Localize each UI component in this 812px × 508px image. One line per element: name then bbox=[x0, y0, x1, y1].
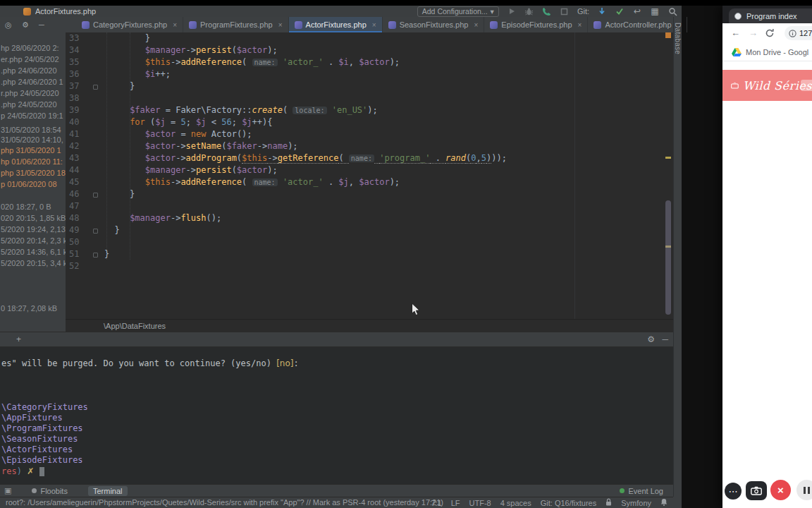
bell-icon[interactable] bbox=[660, 498, 668, 507]
bookmark-label[interactable]: Mon Drive - Googl bbox=[746, 48, 808, 56]
fold-marker-icon[interactable] bbox=[93, 253, 98, 258]
back-icon[interactable]: ← bbox=[731, 23, 740, 43]
project-row[interactable]: hp 01/06/2020 11: bbox=[1, 157, 66, 167]
project-row[interactable]: .php 24/05/2020 bbox=[1, 99, 66, 110]
close-call-button[interactable]: × bbox=[770, 480, 791, 500]
pause-button[interactable] bbox=[796, 480, 812, 500]
tab-SeasonFixtures.php[interactable]: SeasonFixtures.php× bbox=[383, 17, 485, 32]
search-icon[interactable] bbox=[668, 6, 677, 16]
project-row[interactable]: hp 28/06/2020 2: bbox=[1, 43, 66, 54]
browser-tab[interactable]: Program index bbox=[729, 8, 812, 23]
tab-ActorFixtures.php[interactable]: ActorFixtures.php× bbox=[289, 17, 383, 32]
fold-marker-icon[interactable] bbox=[93, 229, 98, 234]
symfony-status[interactable]: Symfony bbox=[621, 499, 651, 507]
caret-position[interactable]: 7:1 bbox=[431, 499, 441, 507]
database-tool-button[interactable]: Database bbox=[674, 23, 682, 54]
terminal[interactable]: es" will be purged. Do you want to conti… bbox=[0, 347, 673, 484]
tab-EpisodeFixtures.php[interactable]: EpisodeFixtures.php× bbox=[484, 17, 588, 32]
hide-panel-icon[interactable]: ─ bbox=[39, 17, 44, 32]
code-line-41: 41 $actor = new Actor(); bbox=[66, 128, 673, 140]
git-branch[interactable]: Git: Q16/fixtures bbox=[541, 499, 596, 507]
terminal-output-line: \ProgramFixtures bbox=[1, 423, 83, 434]
code-lines: 33 }34 $manager->persist($actor);35 $thi… bbox=[66, 32, 673, 272]
code-line-40: 40 for ($j = 5; $j < 56; $j++){ bbox=[66, 116, 673, 128]
terminal-toolwindow-button[interactable]: Terminal bbox=[88, 486, 128, 496]
event-log-button[interactable]: Event Log bbox=[620, 487, 663, 495]
close-tab-icon[interactable]: × bbox=[372, 21, 376, 29]
fold-marker-icon[interactable] bbox=[93, 85, 98, 90]
project-row[interactable]: php 31/05/2020 1 bbox=[1, 145, 66, 156]
project-row[interactable]: 020 18:27, 0 B bbox=[1, 202, 66, 212]
add-configuration-button[interactable]: Add Configuration...▾ bbox=[417, 6, 499, 17]
close-tab-icon[interactable]: × bbox=[278, 21, 283, 29]
project-row[interactable]: .php 24/06/2020 1 bbox=[1, 77, 66, 87]
terminal-gear-icon[interactable]: ⚙ bbox=[647, 332, 655, 346]
project-row[interactable]: 5/2020 20:14, 2,3 k bbox=[1, 236, 66, 246]
project-panel[interactable]: hp 28/06/2020 2:er.php 24/05/202.php 24/… bbox=[0, 32, 66, 332]
reload-icon[interactable] bbox=[765, 28, 775, 38]
project-row[interactable]: p 01/06/2020 08 bbox=[1, 179, 66, 190]
encoding[interactable]: UTF-8 bbox=[469, 499, 491, 507]
tab-CategoryFixtures.php[interactable]: CategoryFixtures.php× bbox=[76, 17, 183, 32]
terminal-output-line: \AppFixtures bbox=[1, 413, 63, 423]
project-row[interactable]: 5/2020 19:24, 2,13 bbox=[1, 224, 66, 235]
breadcrumb[interactable]: \App\DataFixtures bbox=[104, 322, 166, 330]
debug-bug-icon[interactable] bbox=[524, 6, 534, 16]
git-label: Git: bbox=[577, 7, 589, 16]
more-options-button[interactable]: ⋯ bbox=[725, 483, 742, 500]
editor-scrollbar[interactable] bbox=[665, 200, 671, 315]
project-row[interactable]: 5/2020 20:15, 3,4 kB bbox=[1, 258, 66, 269]
project-row[interactable]: r.php 24/05/2020 bbox=[1, 88, 66, 99]
google-drive-icon bbox=[732, 48, 742, 56]
project-row[interactable]: er.php 24/05/202 bbox=[1, 54, 66, 65]
line-number: 39 bbox=[66, 104, 99, 116]
project-row[interactable]: p 24/05/2020 19:1 bbox=[1, 111, 66, 121]
git-update-icon[interactable] bbox=[597, 6, 607, 16]
project-row[interactable]: php 31/05/2020 18 bbox=[1, 168, 66, 179]
close-tab-icon[interactable]: × bbox=[173, 21, 177, 29]
line-ending[interactable]: LF bbox=[451, 499, 460, 507]
phone-listen-debug-icon[interactable] bbox=[542, 6, 552, 16]
line-number: 38 bbox=[66, 92, 99, 104]
close-tab-icon[interactable]: × bbox=[474, 21, 478, 29]
line-number: 34 bbox=[66, 44, 99, 56]
undo-icon[interactable]: ↩ bbox=[632, 6, 642, 16]
floobits-toolwindow-button[interactable]: Floobits bbox=[27, 486, 73, 496]
terminal-output-line: \ActorFixtures bbox=[1, 445, 73, 455]
tab-ProgramFixtures.php[interactable]: ProgramFixtures.php× bbox=[183, 17, 289, 32]
project-row[interactable]: 020 20:15, 1,85 kB bbox=[1, 213, 66, 224]
status-message[interactable]: root?: /Users/amelieguerin/PhpstormProje… bbox=[6, 497, 443, 508]
locate-file-icon[interactable]: ◎ bbox=[5, 17, 12, 32]
minimize-icon[interactable]: ─ bbox=[662, 332, 668, 346]
stop-icon[interactable] bbox=[560, 6, 570, 16]
run-icon[interactable] bbox=[507, 6, 517, 16]
nav-chip[interactable] bbox=[801, 80, 812, 91]
project-row[interactable]: 31/05/2020 18:54 bbox=[1, 125, 66, 135]
fold-marker-icon[interactable] bbox=[93, 193, 98, 198]
project-row[interactable]: 5/2020 14:36, 6,1 k bbox=[1, 247, 66, 258]
indent-setting[interactable]: 4 spaces bbox=[500, 499, 531, 507]
git-commit-check-icon[interactable] bbox=[615, 6, 625, 16]
layout-grid-icon[interactable]: ▦ bbox=[650, 6, 660, 16]
terminal-cursor[interactable] bbox=[39, 467, 44, 476]
project-row[interactable]: 31/05/2020 14:10, 3 bbox=[1, 135, 66, 145]
code-line-48: 48 $manager->flush(); bbox=[66, 212, 673, 224]
line-number: 48 bbox=[66, 212, 99, 224]
lock-icon[interactable] bbox=[605, 498, 612, 507]
terminal-output-line: \CategoryFixtures bbox=[1, 402, 88, 413]
camera-button[interactable] bbox=[746, 481, 767, 500]
code-editor[interactable]: 33 }34 $manager->persist($actor);35 $thi… bbox=[66, 32, 673, 319]
address-bar[interactable]: 127 bbox=[785, 26, 812, 40]
new-terminal-tab-icon[interactable]: + bbox=[16, 332, 21, 346]
forward-icon[interactable]: → bbox=[749, 23, 758, 43]
close-tab-icon[interactable]: × bbox=[578, 21, 582, 29]
tv-icon bbox=[731, 80, 739, 90]
toolwindow-switcher-icon[interactable]: ▣ bbox=[4, 486, 11, 495]
window-title: ActorFixtures.php bbox=[35, 7, 96, 16]
code-line-34: 34 $manager->persist($actor); bbox=[66, 44, 673, 56]
project-row[interactable]: .php 24/06/2020 bbox=[1, 66, 66, 76]
file-type-icon bbox=[23, 8, 31, 16]
gear-icon[interactable]: ⚙ bbox=[22, 17, 29, 32]
project-row[interactable]: 0 18:27, 2,08 kB bbox=[1, 303, 66, 314]
php-file-icon bbox=[189, 21, 197, 29]
